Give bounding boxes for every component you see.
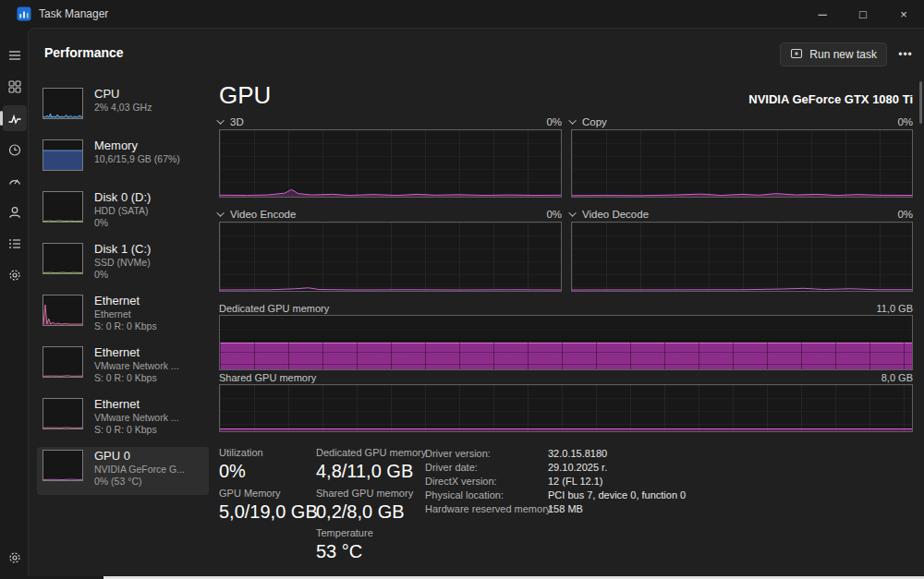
perf-item-detail: 2% 4,03 GHz <box>94 102 207 114</box>
engine-utilization: 0% <box>897 116 913 127</box>
detail-driver-version: Driver version:32.0.15.8180 <box>425 448 813 460</box>
task-manager-icon <box>17 6 31 21</box>
shared-memory-header: Shared GPU memory 8,0 GB <box>219 372 913 383</box>
engine-selector-3d[interactable]: 3D 0% <box>219 116 562 127</box>
perf-item-detail: NVIDIA GeForce G... <box>94 464 207 476</box>
task-manager-window: Task Manager ─ □ × <box>0 0 924 579</box>
perf-item-detail2: S: 0 R: 0 Kbps <box>94 320 207 332</box>
detail-hardware-reserved-memory: Hardware reserved memory:158 MB <box>425 503 813 515</box>
minimize-icon[interactable]: ─ <box>802 0 843 28</box>
engine-utilization: 0% <box>897 209 913 220</box>
services-icon <box>7 268 22 283</box>
perf-item-name: Ethernet <box>94 345 207 360</box>
sidebar-item-processes[interactable] <box>3 74 27 100</box>
memory-mini-chart <box>43 139 83 171</box>
perf-item-name: Memory <box>94 139 207 153</box>
more-options-icon[interactable]: ••• <box>893 42 918 66</box>
perf-item-ethernet3[interactable]: Ethernet VMware Network ... S: 0 R: 0 Kb… <box>37 395 209 443</box>
perf-item-gpu0[interactable]: GPU 0 NVIDIA GeForce G... 0% (53 °C) <box>37 447 209 495</box>
disk1-mini-chart <box>43 243 83 274</box>
dedicated-memory-header: Dedicated GPU memory 11,0 GB <box>219 303 913 314</box>
stat-shared-memory: Shared GPU memory 0,2/8,0 GB <box>316 488 413 523</box>
perf-item-disk0[interactable]: Disk 0 (D:) HDD (SATA) 0% <box>37 188 209 236</box>
perf-item-detail: VMware Network ... <box>94 412 207 424</box>
dedicated-memory-label: Dedicated GPU memory <box>219 303 329 314</box>
perf-item-disk1[interactable]: Disk 1 (C:) SSD (NVMe) 0% <box>37 240 209 288</box>
detail-directx-version: DirectX version:12 (FL 12.1) <box>425 476 813 488</box>
settings-gear-icon <box>7 550 22 565</box>
sidebar-item-services[interactable] <box>3 262 27 288</box>
sidebar-item-performance[interactable] <box>3 105 27 131</box>
run-new-task-label: Run new task <box>809 48 877 61</box>
stat-temperature: Temperature 53 °C <box>316 527 373 562</box>
stat-utilization: Utilization 0% <box>219 447 263 482</box>
performance-icon <box>7 111 22 126</box>
engine-selector-video-encode[interactable]: Video Encode 0% <box>219 209 562 220</box>
new-task-icon <box>790 47 803 63</box>
perf-item-detail: 10,6/15,9 GB (67%) <box>94 153 207 165</box>
perf-item-detail: VMware Network ... <box>94 360 207 372</box>
hamburger-icon <box>7 48 22 63</box>
perf-item-detail: Ethernet <box>94 308 207 320</box>
perf-item-detail2: S: 0 R: 0 Kbps <box>94 424 207 436</box>
sidebar-item-settings[interactable] <box>3 545 27 571</box>
window-controls: ─ □ × <box>802 0 924 28</box>
engine-label: Video Decode <box>582 209 649 220</box>
sidebar-item-app-history[interactable] <box>3 137 27 163</box>
scrollbar-thumb[interactable] <box>919 81 922 124</box>
engine-selector-copy[interactable]: Copy 0% <box>571 116 913 127</box>
users-icon <box>7 205 22 220</box>
shared-memory-max: 8,0 GB <box>881 372 913 383</box>
perf-item-ethernet1[interactable]: Ethernet Ethernet S: 0 R: 0 Kbps <box>37 292 209 340</box>
gpu-3d-chart <box>219 129 562 198</box>
detail-physical-location: Physical location:PCI bus 7, device 0, f… <box>425 489 813 501</box>
gpu0-mini-chart <box>43 450 83 481</box>
perf-item-name: Disk 1 (C:) <box>94 242 207 257</box>
sidebar-item-details[interactable] <box>3 231 27 257</box>
ethernet3-mini-chart <box>43 398 83 429</box>
perf-item-detail: HDD (SATA) <box>94 205 207 217</box>
engine-utilization: 0% <box>546 116 562 127</box>
window-title: Task Manager <box>39 7 108 20</box>
sidebar-menu-toggle[interactable] <box>3 42 27 68</box>
engine-label: Copy <box>582 116 607 127</box>
shared-memory-fill <box>220 428 912 431</box>
run-new-task-button[interactable]: Run new task <box>780 42 887 66</box>
perf-item-name: Disk 0 (D:) <box>94 190 207 205</box>
shared-gpu-memory-chart <box>219 384 913 432</box>
maximize-icon[interactable]: □ <box>843 0 883 28</box>
perf-item-name: CPU <box>94 87 207 102</box>
titlebar: Task Manager ─ □ × <box>0 0 924 28</box>
gpu-copy-chart <box>571 129 913 198</box>
detail-driver-date: Driver date:29.10.2025 r. <box>425 462 813 474</box>
dedicated-gpu-memory-chart <box>219 315 913 370</box>
sidebar-item-startup-apps[interactable] <box>3 168 27 194</box>
perf-item-ethernet2[interactable]: Ethernet VMware Network ... S: 0 R: 0 Kb… <box>37 344 209 392</box>
sidebar-item-users[interactable] <box>3 199 27 225</box>
engine-utilization: 0% <box>546 209 562 220</box>
perf-item-detail: SSD (NVMe) <box>94 257 207 269</box>
app-history-icon <box>7 142 22 157</box>
cpu-mini-chart <box>43 88 83 119</box>
perf-item-detail2: 0% (53 °C) <box>94 476 207 488</box>
perf-item-cpu[interactable]: CPU 2% 4,03 GHz <box>37 85 209 133</box>
perf-item-detail2: 0% <box>94 217 207 229</box>
engine-selector-video-decode[interactable]: Video Decode 0% <box>571 209 913 220</box>
disk0-mini-chart <box>43 191 83 223</box>
processes-icon <box>7 79 22 94</box>
gpu-video-decode-chart <box>571 222 913 292</box>
engine-label: 3D <box>230 116 244 127</box>
details-icon <box>7 236 22 251</box>
perf-item-name: Ethernet <box>94 294 207 308</box>
startup-apps-icon <box>7 174 22 188</box>
perf-item-memory[interactable]: Memory 10,6/15,9 GB (67%) <box>37 137 209 185</box>
shared-memory-label: Shared GPU memory <box>219 372 316 383</box>
ethernet1-mini-chart <box>43 295 83 326</box>
perf-item-detail2: S: 0 R: 0 Kbps <box>94 372 207 384</box>
dedicated-memory-max: 11,0 GB <box>876 303 913 314</box>
gpu-video-encode-chart <box>219 222 562 292</box>
gpu-panel-title: GPU <box>219 81 271 110</box>
stat-dedicated-memory: Dedicated GPU memory 4,8/11,0 GB <box>316 447 426 482</box>
close-icon[interactable]: × <box>883 0 924 28</box>
gpu-device-name: NVIDIA GeForce GTX 1080 Ti <box>748 92 913 106</box>
